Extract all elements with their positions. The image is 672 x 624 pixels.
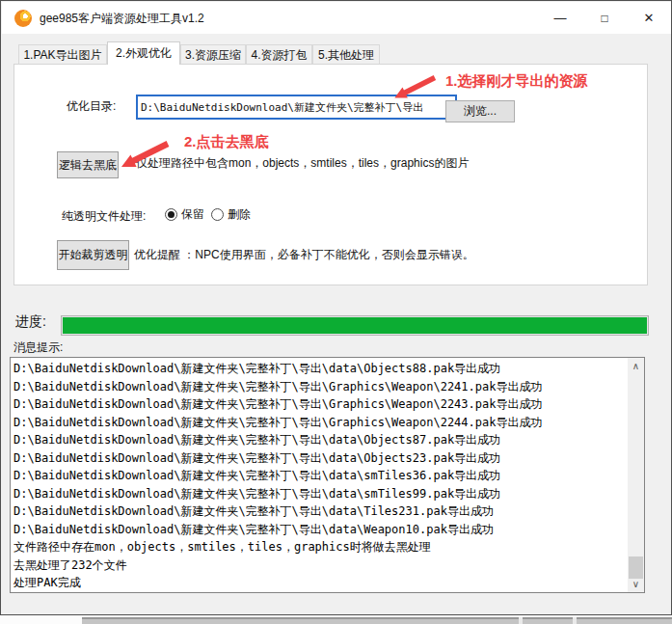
annotation-arrow-2-icon bbox=[109, 141, 182, 170]
log-line: D:\BaiduNetdiskDownload\新建文件夹\完整补丁\导出\da… bbox=[13, 360, 619, 378]
log-line: D:\BaiduNetdiskDownload\新建文件夹\完整补丁\导出\da… bbox=[13, 485, 619, 503]
annotation-2: 2.点击去黑底 bbox=[184, 133, 269, 151]
tab-pack[interactable]: 4.资源打包 bbox=[246, 44, 312, 65]
tab-appearance[interactable]: 2.外观优化 bbox=[107, 41, 180, 65]
browse-button[interactable]: 浏览... bbox=[445, 100, 515, 122]
vertical-scrollbar[interactable]: ∧ ∨ bbox=[628, 358, 644, 592]
radio-keep[interactable]: 保留 bbox=[165, 206, 204, 223]
minimize-button[interactable]: — bbox=[538, 2, 582, 34]
progress-fill bbox=[63, 317, 647, 334]
background-bar-gap bbox=[573, 617, 577, 624]
titlebar[interactable]: gee985客户端资源处理工具v1.2 — □ ✕ bbox=[2, 2, 671, 34]
radio-keep-label: 保留 bbox=[181, 206, 204, 223]
close-icon: ✕ bbox=[644, 11, 655, 25]
radio-delete-label: 删除 bbox=[228, 206, 251, 223]
background-bar bbox=[82, 617, 672, 624]
crop-hint: 优化提醒 ：NPC使用界面，必备补丁不能优化，否则会显示错误。 bbox=[134, 247, 474, 263]
minimize-icon: — bbox=[554, 11, 567, 25]
background-bar-gap bbox=[519, 617, 523, 624]
radio-selected-icon bbox=[165, 208, 177, 221]
log-line: D:\BaiduNetdiskDownload\新建文件夹\完整补丁\导出\Gr… bbox=[13, 414, 619, 432]
tab-compress[interactable]: 3.资源压缩 bbox=[180, 44, 246, 65]
tab-pak-export[interactable]: 1.PAK导出图片 bbox=[18, 44, 107, 65]
radio-delete[interactable]: 删除 bbox=[211, 206, 251, 223]
log-line: D:\BaiduNetdiskDownload\新建文件夹\完整补丁\导出\da… bbox=[13, 431, 619, 449]
close-button[interactable]: ✕ bbox=[627, 2, 671, 34]
log-line: D:\BaiduNetdiskDownload\新建文件夹\完整补丁\导出\da… bbox=[13, 521, 619, 539]
window-title: gee985客户端资源处理工具v1.2 bbox=[40, 11, 204, 27]
message-log[interactable]: D:\BaiduNetdiskDownload\新建文件夹\完整补丁\导出\da… bbox=[10, 357, 645, 593]
maximize-button[interactable]: □ bbox=[582, 2, 627, 34]
log-line: 文件路径中存在mon，objects，smtiles，tiles，graphic… bbox=[13, 538, 619, 556]
radio-unselected-icon bbox=[211, 208, 224, 221]
annotation-1: 1.选择刚才导出的资源 bbox=[445, 72, 588, 91]
log-lines: D:\BaiduNetdiskDownload\新建文件夹\完整补丁\导出\da… bbox=[13, 360, 619, 592]
transparent-label: 纯透明文件处理: bbox=[62, 208, 146, 225]
app-icon bbox=[14, 10, 32, 27]
log-line: D:\BaiduNetdiskDownload\新建文件夹\完整补丁\导出\da… bbox=[13, 467, 619, 485]
log-line: D:\BaiduNetdiskDownload\新建文件夹\完整补丁\导出\Gr… bbox=[13, 395, 619, 414]
tab-other[interactable]: 5.其他处理 bbox=[312, 44, 380, 65]
crop-transparent-button[interactable]: 开始裁剪透明 bbox=[57, 240, 129, 270]
scroll-up-icon[interactable]: ∧ bbox=[628, 358, 644, 374]
log-line: 去黑处理了232个文件 bbox=[13, 556, 619, 575]
optimize-dir-label: 优化目录: bbox=[67, 98, 116, 115]
messages-label: 消息提示: bbox=[13, 339, 63, 356]
maximize-icon: □ bbox=[601, 12, 607, 25]
progress-label: 进度: bbox=[15, 313, 46, 331]
log-line: D:\BaiduNetdiskDownload\新建文件夹\完整补丁\导出\da… bbox=[13, 502, 619, 521]
scroll-down-icon[interactable]: ∨ bbox=[628, 576, 644, 592]
app-window: gee985客户端资源处理工具v1.2 — □ ✕ 1.PAK导出图片 2.外观… bbox=[0, 0, 672, 615]
progress-bar bbox=[61, 315, 649, 336]
annotation-arrow-1-icon bbox=[390, 75, 441, 100]
background-strip bbox=[0, 615, 672, 624]
log-line: D:\BaiduNetdiskDownload\新建文件夹\完整补丁\导出\da… bbox=[13, 449, 619, 468]
log-line: D:\BaiduNetdiskDownload\新建文件夹\完整补丁\导出\Gr… bbox=[13, 378, 619, 396]
log-line: 处理PAK完成 bbox=[13, 574, 619, 592]
filter-hint: 仅处理路径中包含mon，objects，smtiles，tiles，graphi… bbox=[136, 155, 469, 172]
